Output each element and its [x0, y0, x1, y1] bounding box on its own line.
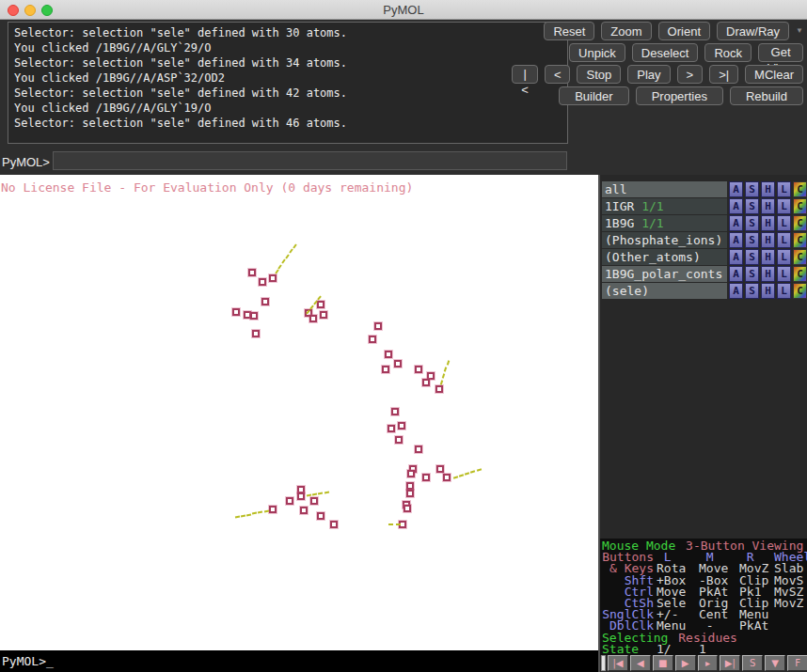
action-s-button[interactable]: S — [745, 249, 759, 265]
action-a-button[interactable]: A — [729, 266, 743, 282]
action-a-button[interactable]: A — [729, 198, 743, 214]
object-name[interactable]: (Other_atoms) — [602, 249, 727, 265]
atom-square[interactable] — [406, 490, 414, 497]
control-button-builder[interactable]: Builder — [559, 86, 628, 105]
control-button-get-view[interactable]: Get View — [758, 43, 803, 62]
object-name[interactable]: all — [602, 181, 727, 197]
atom-square[interactable] — [382, 366, 389, 373]
action-c-button[interactable]: C — [793, 215, 807, 231]
atom-square[interactable] — [388, 425, 395, 432]
control-button-rebuild[interactable]: Rebuild — [730, 86, 803, 105]
atom-square[interactable] — [435, 385, 443, 393]
draw-ray-menu-arrow[interactable]: ▼ — [796, 22, 803, 40]
play-button[interactable]: ▶ — [675, 655, 696, 671]
atom-square[interactable] — [436, 465, 444, 473]
atom-square[interactable] — [406, 482, 414, 490]
atom-square[interactable] — [422, 379, 430, 386]
action-s-button[interactable]: S — [745, 283, 759, 299]
control-button-stop[interactable]: Stop — [577, 65, 621, 84]
viewport-canvas[interactable]: No License File - For Evaluation Only (0… — [0, 175, 598, 650]
atom-square[interactable] — [415, 366, 422, 373]
atom-square[interactable] — [385, 351, 392, 358]
action-a-button[interactable]: A — [729, 283, 743, 299]
action-l-button[interactable]: L — [777, 283, 791, 299]
action-s-button[interactable]: S — [745, 181, 759, 197]
atom-square[interactable] — [300, 507, 308, 514]
atom-square[interactable] — [391, 408, 399, 415]
action-s-button[interactable]: S — [745, 215, 759, 231]
action-s-button[interactable]: S — [745, 266, 759, 282]
action-h-button[interactable]: H — [761, 181, 775, 197]
control-button-reset[interactable]: Reset — [544, 22, 594, 40]
atom-square[interactable] — [269, 274, 277, 282]
action-l-button[interactable]: L — [777, 249, 791, 265]
control-button-btn[interactable]: < — [545, 65, 571, 84]
control-button-properties[interactable]: Properties — [636, 86, 723, 105]
action-h-button[interactable]: H — [761, 232, 775, 248]
atom-square[interactable] — [259, 278, 266, 286]
action-h-button[interactable]: H — [761, 266, 775, 282]
atom-square[interactable] — [443, 474, 451, 481]
rewind-button[interactable]: |◀ — [608, 655, 628, 671]
end-button[interactable]: ▶| — [720, 655, 740, 671]
atom-square[interactable] — [232, 308, 240, 316]
action-c-button[interactable]: C — [793, 283, 807, 299]
control-button-orient[interactable]: Orient — [658, 22, 710, 40]
atom-square[interactable] — [248, 269, 256, 276]
atom-square[interactable] — [320, 311, 327, 319]
object-row-1igr[interactable]: 1IGR 1/1ASHLC — [600, 198, 807, 214]
atom-square[interactable] — [415, 445, 422, 453]
atom-square[interactable] — [407, 470, 415, 477]
action-s-button[interactable]: S — [745, 198, 759, 214]
atom-square[interactable] — [374, 322, 382, 330]
control-button-unpick[interactable]: Unpick — [569, 43, 625, 62]
atom-square[interactable] — [330, 521, 338, 528]
atom-square[interactable] — [252, 330, 260, 337]
stop-button[interactable]: ■ — [653, 655, 673, 671]
action-h-button[interactable]: H — [761, 283, 775, 299]
command-input[interactable] — [53, 151, 567, 170]
atom-square[interactable] — [261, 298, 269, 305]
control-button-rock[interactable]: Rock — [704, 43, 752, 62]
atom-square[interactable] — [404, 505, 411, 512]
action-c-button[interactable]: C — [793, 249, 807, 265]
object-name[interactable]: (sele) — [602, 283, 727, 299]
control-button-btn[interactable]: > — [677, 65, 704, 84]
action-c-button[interactable]: C — [793, 266, 807, 282]
action-c-button[interactable]: C — [793, 232, 807, 248]
object-name[interactable]: (Phosphate_ions) — [602, 232, 727, 248]
action-a-button[interactable]: A — [729, 215, 743, 231]
action-a-button[interactable]: A — [729, 232, 743, 248]
object-name[interactable]: 1B9G_polar_conts — [602, 266, 727, 282]
action-l-button[interactable]: L — [777, 266, 791, 282]
action-h-button[interactable]: H — [761, 249, 775, 265]
action-l-button[interactable]: L — [777, 198, 791, 214]
atom-square[interactable] — [317, 512, 324, 520]
action-c-button[interactable]: C — [793, 181, 807, 197]
action-l-button[interactable]: L — [777, 181, 791, 197]
object-row-other-atoms[interactable]: (Other_atoms)ASHLC — [600, 249, 807, 265]
back-button[interactable]: ◀ — [630, 655, 651, 671]
control-button-deselect[interactable]: Deselect — [632, 43, 699, 62]
forward-button[interactable]: ▸ — [698, 655, 719, 671]
control-button-btn[interactable]: |< — [512, 65, 538, 84]
atom-square[interactable] — [422, 474, 430, 481]
object-row-all[interactable]: allASHLC — [600, 181, 807, 197]
full-screen-button[interactable]: F — [787, 655, 807, 671]
action-h-button[interactable]: H — [761, 198, 775, 214]
control-button-btn[interactable]: >| — [709, 65, 738, 84]
control-button-mclear[interactable]: MClear — [745, 65, 803, 84]
object-row-phosphate-ions[interactable]: (Phosphate_ions)ASHLC — [600, 232, 807, 248]
object-name[interactable]: 1IGR 1/1 — [602, 198, 727, 214]
atom-square[interactable] — [395, 436, 403, 444]
control-button-zoom[interactable]: Zoom — [601, 22, 651, 40]
control-button-draw-ray[interactable]: Draw/Ray — [717, 22, 789, 40]
action-s-button[interactable]: S — [745, 232, 759, 248]
action-a-button[interactable]: A — [729, 249, 743, 265]
atom-square[interactable] — [317, 301, 324, 308]
atom-square[interactable] — [297, 492, 305, 500]
menu-down-button[interactable]: ▼ — [765, 655, 785, 671]
atom-square[interactable] — [250, 312, 258, 320]
action-a-button[interactable]: A — [729, 181, 743, 197]
command-bar[interactable]: PyMOL>_ — [0, 650, 598, 672]
